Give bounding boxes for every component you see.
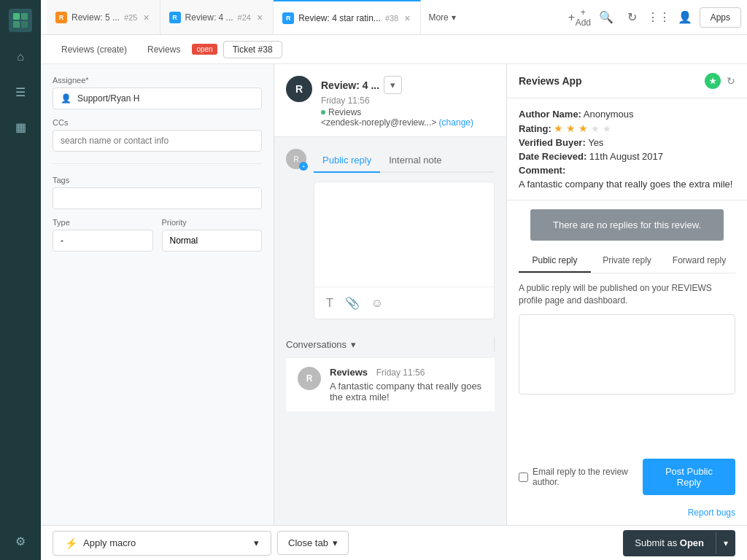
reply-type-public[interactable]: Public reply xyxy=(519,249,591,273)
tab-25-close[interactable]: × xyxy=(142,10,150,25)
tab-38[interactable]: R Review: 4 star ratin... #38 × xyxy=(274,0,421,34)
conversations-toggle[interactable]: Conversations ▾ xyxy=(286,331,495,357)
assignee-label: Assignee* xyxy=(53,76,262,85)
tab-38-sub: #38 xyxy=(385,14,398,23)
author-value: Anonymous xyxy=(584,109,634,120)
submit-button[interactable]: Submit as Open ▾ xyxy=(623,530,735,556)
tab-24-sub: #24 xyxy=(238,13,251,22)
close-tab-button[interactable]: Close tab ▾ xyxy=(277,531,349,555)
refresh-button[interactable]: ↻ xyxy=(621,6,644,29)
emoji-button[interactable]: ☺ xyxy=(368,294,386,313)
ccs-field-group: CCs xyxy=(53,118,262,152)
sidebar: ⌂ ☰ ▦ ⚙ xyxy=(0,0,41,560)
status-badge: open xyxy=(192,44,217,55)
reply-area: R + Public reply Internal note T 📎 xyxy=(274,137,506,525)
tab-25-label: Review: 5 ... xyxy=(71,12,120,23)
tab-38-icon: R xyxy=(282,12,294,24)
tab-public-reply[interactable]: Public reply xyxy=(314,149,380,173)
content: Assignee* 👤 Support/Ryan H CCs Tags Type xyxy=(41,64,747,525)
post-reply-button[interactable]: Post Public Reply xyxy=(643,459,735,495)
conversations-section: Conversations ▾ R Reviews Friday 11:56 xyxy=(286,331,495,411)
grid-icon: ⋮⋮ xyxy=(647,10,670,24)
breadcrumb-ticket: Ticket #38 xyxy=(223,41,282,58)
macro-label: Apply macro xyxy=(83,537,136,548)
reply-compose-textarea[interactable] xyxy=(519,314,735,394)
logo xyxy=(9,9,32,32)
apps-button[interactable]: Apps xyxy=(700,7,741,28)
reply-tabs: Public reply Internal note xyxy=(314,149,495,173)
tab-25[interactable]: R Review: 5 ... #25 × xyxy=(47,0,160,34)
tags-input[interactable] xyxy=(53,187,262,209)
ccs-label: CCs xyxy=(53,118,262,127)
add-recipient-icon: + xyxy=(299,162,308,171)
grid-button[interactable]: ⋮⋮ xyxy=(647,6,670,29)
email-checkbox-label[interactable]: Email reply to the review author. xyxy=(519,467,643,487)
tab-24-close[interactable]: × xyxy=(255,10,264,25)
conv-author: Reviews xyxy=(330,367,368,378)
home-icon[interactable]: ⌂ xyxy=(10,47,31,67)
priority-select[interactable]: Normal xyxy=(162,230,263,252)
bottom-bar: ⚡ Apply macro ▾ Close tab ▾ Submit as Op… xyxy=(41,525,747,560)
svg-rect-3 xyxy=(21,21,28,28)
email-checkbox[interactable] xyxy=(519,472,528,482)
assignee-input[interactable]: 👤 Support/Ryan H xyxy=(53,88,262,109)
right-panel-refresh-button[interactable]: ↻ xyxy=(727,75,735,87)
rating-stars: ★ ★ ★ xyxy=(554,122,591,134)
text-format-button[interactable]: T xyxy=(323,294,336,313)
chevron-down-icon: ▾ xyxy=(351,339,356,350)
reply-actions: Email reply to the review author. Post P… xyxy=(507,451,747,502)
refresh-icon: ↻ xyxy=(627,10,637,24)
add-tab-button[interactable]: + + Add xyxy=(568,6,592,29)
report-bugs-link[interactable]: Report bugs xyxy=(688,508,735,518)
reply-type-forward[interactable]: Forward reply xyxy=(663,249,735,273)
assignee-value: Support/Ryan H xyxy=(77,93,139,104)
change-link[interactable]: (change) xyxy=(439,117,473,128)
settings-icon[interactable]: ⚙ xyxy=(10,531,31,551)
divider xyxy=(494,337,495,351)
ticket-expand-button[interactable]: ▾ xyxy=(384,76,402,94)
reply-compose-area xyxy=(507,314,747,451)
chart-icon[interactable]: ▦ xyxy=(10,117,31,137)
ccs-input[interactable] xyxy=(53,130,262,152)
macro-chevron-icon: ▾ xyxy=(254,537,259,548)
conv-content: Reviews Friday 11:56 A fantastic company… xyxy=(330,367,483,402)
search-button[interactable]: 🔍 xyxy=(595,6,618,29)
tab-24[interactable]: R Review: 4 ... #24 × xyxy=(160,0,274,34)
submit-dropdown-icon[interactable]: ▾ xyxy=(716,532,735,554)
breadcrumb-reviews-create[interactable]: Reviews (create) xyxy=(53,42,136,58)
search-icon: 🔍 xyxy=(599,10,614,24)
verified-row: Verified Buyer: Yes xyxy=(519,137,735,148)
chevron-down-icon: ▾ xyxy=(452,12,456,23)
user-button[interactable]: 👤 xyxy=(673,6,697,29)
type-field-group: Type - xyxy=(53,218,153,252)
no-replies-container: There are no replies for this review. xyxy=(507,201,747,249)
avatar: R xyxy=(286,76,312,102)
submit-label: Submit as Open xyxy=(623,532,716,554)
tabs-more[interactable]: More ▾ xyxy=(421,0,462,34)
separator xyxy=(53,163,262,164)
tab-38-close[interactable]: × xyxy=(403,11,411,26)
middle-panel: R Review: 4 ... ▾ Friday 11:56 Reviews <… xyxy=(274,64,506,525)
reply-description: A public reply will be published on your… xyxy=(507,282,747,314)
reply-type-private[interactable]: Private reply xyxy=(591,249,663,273)
rating-empty-stars: ★ ★ xyxy=(591,123,611,134)
report-bugs: Report bugs xyxy=(507,502,747,525)
tabs-more-label: More xyxy=(428,12,448,23)
inbox-icon[interactable]: ☰ xyxy=(10,82,31,102)
user-icon: 👤 xyxy=(678,10,692,24)
svg-rect-2 xyxy=(13,21,20,28)
ticket-email: <zendesk-noreply@review...> (change) xyxy=(321,117,473,128)
reply-textarea[interactable] xyxy=(314,182,494,284)
tab-25-icon: R xyxy=(55,12,67,23)
source-dot xyxy=(321,110,325,114)
tags-field-group: Tags xyxy=(53,176,262,209)
tab-24-label: Review: 4 ... xyxy=(185,12,233,23)
type-select[interactable]: - xyxy=(53,230,153,252)
apply-macro-button[interactable]: ⚡ Apply macro ▾ xyxy=(53,531,271,556)
attach-button[interactable]: 📎 xyxy=(342,293,363,313)
ticket-source: Reviews xyxy=(321,107,473,117)
tab-internal-note[interactable]: Internal note xyxy=(380,149,450,173)
lightning-icon: ⚡ xyxy=(65,537,77,549)
date-row: Date Recieved: 11th August 2017 xyxy=(519,151,735,162)
breadcrumb-reviews[interactable]: Reviews xyxy=(139,42,189,58)
